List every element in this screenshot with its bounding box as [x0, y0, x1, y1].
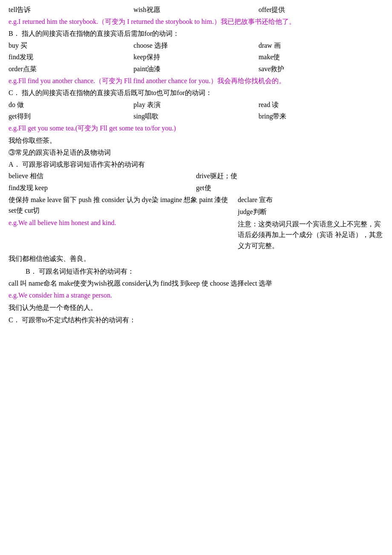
vocab-drive: drive驱赶；使 — [196, 171, 383, 182]
vocab-get2: get使 — [196, 182, 383, 194]
vocab-choose: choose 选择 — [133, 40, 258, 51]
vocab-save: save救护 — [259, 64, 383, 75]
vocab-row-do: do 做 play 表演 read 读 — [9, 99, 383, 110]
section-b-title: B． 指人的间接宾语在指物的直接宾语后需加for的动词： — [9, 28, 383, 39]
example-4-cn: 我们都相信他诚实、善良。 — [9, 253, 383, 264]
example-5-cn: 我们认为他是一个奇怪的人。 — [9, 302, 383, 313]
vocab-play: play 表演 — [133, 99, 258, 110]
section-b2-title: B． 可跟名词短语作宾补的动词有： — [26, 266, 383, 277]
example-4-en: e.g.We all believe him honest and kind. — [9, 217, 233, 228]
vocab-row-order: order点菜 paint油漆 save救护 — [9, 64, 383, 75]
vocab-sing: sing唱歌 — [133, 111, 258, 122]
vocab-row-1: tell告诉 wish祝愿 offer提供 — [9, 4, 383, 15]
vocab-declare: declare 宣布 — [238, 194, 383, 205]
vocab-believe: believe 相信 — [9, 171, 196, 182]
vocab-row-get: get得到 sing唱歌 bring带来 — [9, 111, 383, 122]
section-a-title: A． 可跟形容词或形容词短语作宾补的动词有 — [9, 159, 383, 170]
example-2: e.g.Fll find you another chance.（可变为 Fll… — [9, 75, 383, 87]
example-1: e.g.I returned him the storybook.（可变为 I … — [9, 16, 383, 27]
vocab-order: order点菜 — [9, 64, 133, 75]
main-content: tell告诉 wish祝愿 offer提供 e.g.I returned him… — [9, 4, 383, 326]
note-text: 注意：这类动词只跟一个宾语意义上不完整，宾语后必须再加上一个成分（宾语 补足语）… — [238, 219, 383, 251]
example-5-en: e.g.We consider him a strange person. — [9, 290, 383, 301]
vocab-do: do 做 — [9, 99, 133, 110]
vocab-find2: find发现 keep — [9, 182, 196, 194]
vocab-read: read 读 — [259, 99, 383, 110]
section-b2-content: call 叫 name命名 make使变为wish祝愿 consider认为 f… — [9, 278, 383, 289]
vocab-keep: keep保持 — [133, 52, 258, 63]
vocab-wish: wish祝愿 — [133, 4, 258, 15]
side-notes: declare 宣布 judge判断 注意：这类动词只跟一个宾语意义上不完整，宾… — [233, 194, 383, 253]
example-3-cn: 我给你取些茶。 — [9, 135, 383, 146]
vocab-paint: paint油漆 — [133, 64, 258, 75]
vocab-row-find: find发现 keep保持 make使 — [9, 52, 383, 63]
complex-vocab-text: 使保持 make leave 留下 push 推 consider 认为 dye… — [9, 194, 233, 216]
section-3-title: ③常见的跟宾语补足语的及物动词 — [9, 147, 383, 158]
vocab-buy: buy 买 — [9, 40, 133, 51]
vocab-bring: bring带来 — [259, 111, 383, 122]
section-c-title: C． 指人的间接宾语在指物的直接宾语后既可加to也可加for的动词： — [9, 87, 383, 98]
vocab-draw: draw 画 — [259, 40, 383, 51]
vocab-get: get得到 — [9, 111, 133, 122]
vocab-offer: offer提供 — [259, 4, 383, 15]
vocab-row-find2: find发现 keep get使 — [9, 182, 383, 194]
complex-vocab: 使保持 make leave 留下 push 推 consider 认为 dye… — [9, 194, 233, 253]
vocab-tell: tell告诉 — [9, 4, 133, 15]
vocab-row-believe: believe 相信 drive驱赶；使 — [9, 171, 383, 182]
example-3-en: e.g.Fll get you some tea.(可变为 Fll get so… — [9, 123, 383, 134]
vocab-row-buy: buy 买 choose 选择 draw 画 — [9, 40, 383, 51]
vocab-make: make使 — [259, 52, 383, 63]
vocab-judge: judge判断 — [238, 206, 383, 217]
vocab-find: find发现 — [9, 52, 133, 63]
section-c2-title: C． 可跟带to不定式结构作宾补的动词有： — [9, 315, 383, 326]
complex-section: 使保持 make leave 留下 push 推 consider 认为 dye… — [9, 194, 383, 253]
